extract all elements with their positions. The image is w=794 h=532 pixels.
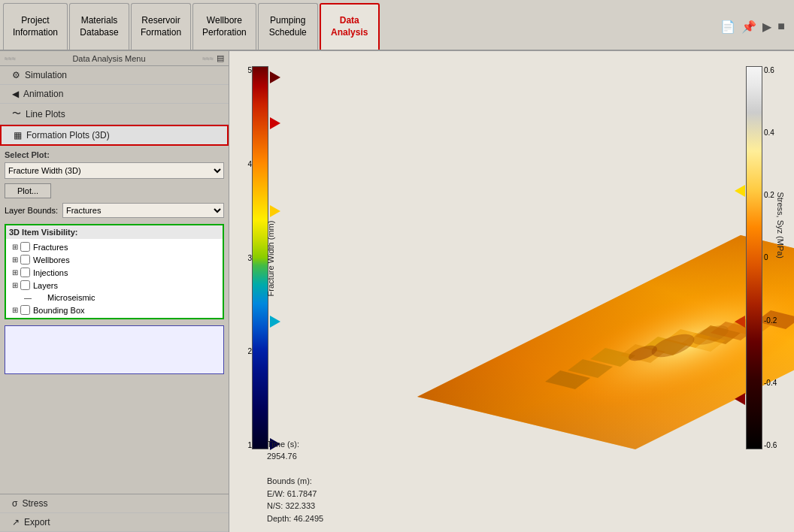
layer-bounds-select[interactable]: Fractures All [62,203,224,218]
panel-header-decoration-right: ≈≈≈ [202,55,214,62]
bounds-depth: Depth: 46.2495 [267,512,323,525]
fracture-3d-plot [305,66,794,449]
vis-item-wellbores[interactable]: ⊞ Wellbores [9,253,220,266]
bounds-label: Bounds (m): [267,475,323,488]
vis-expand-bounding-box: ⊞ [12,306,18,314]
main-layout: ≈≈≈ Data Analysis Menu ≈≈≈ ▤ ⚙ Simulatio… [0,51,794,532]
panel-header-title: Data Analysis Menu [16,54,202,63]
vis-expand-fractures: ⊞ [12,243,18,251]
simulation-icon: ⚙ [12,70,20,80]
vis-item-bounding-box[interactable]: ⊞ Bounding Box [9,304,220,316]
stress-icon: σ [12,498,17,509]
stress-tick-0: 0 [764,253,768,261]
vis-dash-microseismic: — [24,294,32,302]
vis-item-fractures[interactable]: ⊞ Fractures [9,240,220,253]
nav-stop-icon[interactable]: ■ [777,20,785,33]
tab-bar: ProjectInformation MaterialsDatabase Res… [0,0,794,51]
menu-item-export-label: Export [24,517,50,527]
cb-arrow-yellow [270,205,280,217]
menu-item-animation-label: Animation [23,89,63,99]
bounds-ew: E/W: 61.7847 [267,488,323,500]
vis-label-fractures: Fractures [33,243,68,252]
left-panel: ≈≈≈ Data Analysis Menu ≈≈≈ ▤ ⚙ Simulatio… [0,51,229,532]
cb-arrow-dark-red [270,71,280,83]
bottom-menu: σ Stress ↗ Export [0,494,229,532]
stress-tick-m02: -0.2 [764,316,777,325]
vis-item-microseismic[interactable]: — Microseismic [21,292,220,304]
menu-item-simulation-label: Simulation [25,70,67,80]
vis-label-layers: Layers [33,281,58,290]
vis-check-bounding-box[interactable] [20,305,30,315]
stress-tick-04: 0.4 [764,128,774,137]
colorbar-right [746,66,762,449]
vis-label-microseismic: Microseismic [47,293,95,302]
vis-label-injections: Injections [33,268,68,277]
cb-arrow-right-darkred [735,393,745,405]
cb-arrow-right-yellow [735,185,745,197]
stress-tick-06: 0.6 [764,66,774,74]
layer-bounds-row: Layer Bounds: Fractures All [0,201,229,221]
tab-project-info[interactable]: ProjectInformation [3,3,68,50]
menu-item-line-plots-label: Line Plots [26,109,65,119]
page-icon[interactable]: 📄 [720,20,735,34]
cb-arrow-cyan [270,316,280,328]
y-axis-label: Fracture Width (mm) [266,221,275,297]
bounds-ns: N/S: 322.333 [267,500,323,512]
menu-item-simulation[interactable]: ⚙ Simulation [0,66,229,85]
vis-expand-injections: ⊞ [12,268,18,277]
panel-header-decoration-left: ≈≈≈ [5,55,16,62]
select-plot-dropdown[interactable]: Fracture Width (3D) Stress Syz (3D) Pres… [5,162,224,179]
menu-item-line-plots[interactable]: 〜 Line Plots [0,104,229,125]
vis-check-layers[interactable] [20,280,30,290]
vis-check-wellbores[interactable] [20,255,30,264]
vis-expand-layers: ⊞ [12,281,18,289]
visibility-list: ⊞ Fractures ⊞ Wellbores ⊞ Injections ⊞ [6,239,223,318]
pin-icon[interactable]: 📌 [741,20,756,34]
tab-wellbore-perf[interactable]: WellborePerforation [192,3,256,50]
tab-data-analysis[interactable]: DataAnalysis [320,3,380,50]
plot-btn-row: Plot... [0,182,229,201]
nav-right-icon[interactable]: ▶ [762,20,771,34]
panel-header-menu-icon[interactable]: ▤ [217,53,224,63]
visibility-header: 3D Item Visibility: [6,225,223,239]
menu-item-formation-plots-label: Formation Plots (3D) [26,130,110,141]
export-icon: ↗ [12,517,20,527]
tab-reservoir-formation[interactable]: ReservoirFormation [131,3,191,50]
vis-item-injections[interactable]: ⊞ Injections [9,266,220,279]
stress-tick-m06: -0.6 [764,441,777,449]
stress-tick-02: 0.2 [764,191,774,199]
tab-icons: 📄 📌 ▶ ■ [714,3,791,50]
vis-label-bounding-box: Bounding Box [33,306,85,315]
vis-label-wellbores: Wellbores [33,255,70,264]
vis-item-layers[interactable]: ⊞ Layers [9,279,220,292]
cb-arrow-right-red [735,316,745,328]
right-panel: 5 4 3 2 1 Fracture Width (mm) [229,51,794,532]
vis-check-injections[interactable] [20,268,30,277]
tab-pumping-schedule[interactable]: PumpingSchedule [258,3,318,50]
cb-arrow-red [270,117,280,129]
menu-item-stress[interactable]: σ Stress [0,494,229,513]
stress-tick-m04: -0.4 [764,379,777,387]
select-plot-container: Fracture Width (3D) Stress Syz (3D) Pres… [0,161,229,182]
line-plots-icon: 〜 [12,107,21,120]
vis-expand-wellbores: ⊞ [12,255,18,264]
formation-plots-icon: ▦ [14,130,22,141]
vis-check-fractures[interactable] [20,242,30,252]
tab-materials-db[interactable]: MaterialsDatabase [69,3,129,50]
menu-item-formation-plots[interactable]: ▦ Formation Plots (3D) [0,125,229,146]
bottom-info: Time (s): 2954.76 Bounds (m): E/W: 61.78… [267,438,323,525]
menu-item-stress-label: Stress [22,498,47,509]
panel-header: ≈≈≈ Data Analysis Menu ≈≈≈ ▤ [0,51,229,66]
layer-bounds-label: Layer Bounds: [5,206,58,215]
select-plot-label: Select Plot: [0,146,229,161]
menu-item-animation[interactable]: ◀ Animation [0,85,229,104]
detail-box [5,325,224,374]
time-value: 2954.76 [267,450,323,463]
animation-icon: ◀ [12,89,19,99]
menu-item-export[interactable]: ↗ Export [0,513,229,532]
visibility-box: 3D Item Visibility: ⊞ Fractures ⊞ Wellbo… [5,224,224,319]
stress-axis-label: Stress, Syz (MPa) [776,192,785,258]
y-axis-ticks: 5 4 3 2 1 [235,66,252,449]
time-label: Time (s): [267,438,323,451]
plot-button[interactable]: Plot... [5,183,51,198]
